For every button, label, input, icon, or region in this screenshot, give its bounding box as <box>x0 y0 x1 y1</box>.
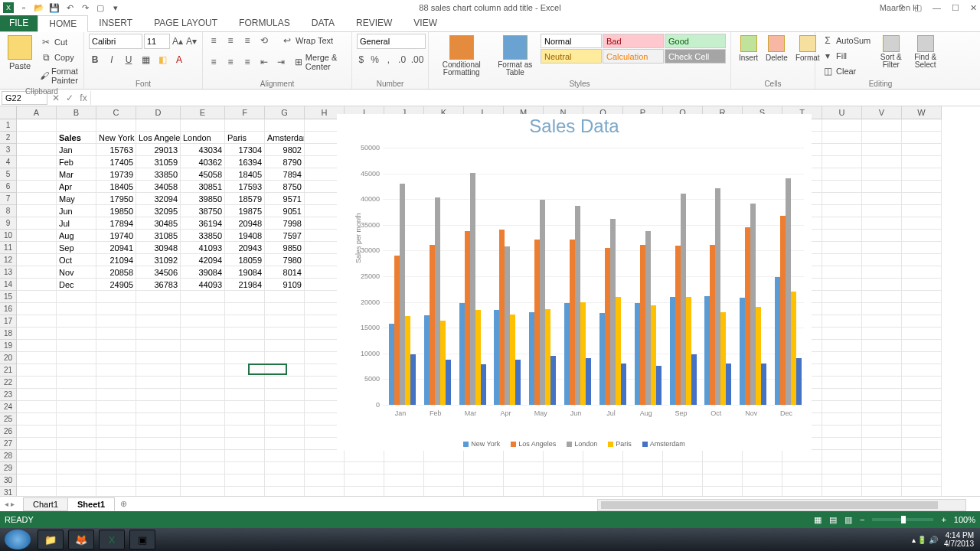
cell[interactable] <box>305 487 345 496</box>
cell[interactable]: 39850 <box>181 193 225 205</box>
cell[interactable] <box>743 462 782 474</box>
cell[interactable] <box>822 193 862 205</box>
cell[interactable] <box>623 462 663 474</box>
cell[interactable]: Aug <box>57 230 96 242</box>
bar[interactable] <box>389 324 394 405</box>
cell[interactable] <box>902 156 942 168</box>
cell[interactable] <box>902 462 942 474</box>
cell[interactable] <box>822 328 862 340</box>
cell[interactable] <box>583 462 623 474</box>
cell[interactable] <box>902 217 942 230</box>
cell[interactable] <box>96 328 136 340</box>
cell[interactable] <box>902 364 942 377</box>
cell[interactable] <box>265 389 305 401</box>
clear-button[interactable]: ◫Clear <box>820 64 872 78</box>
style-bad[interactable]: Bad <box>603 34 664 48</box>
cell[interactable] <box>902 279 942 291</box>
cell[interactable] <box>225 413 265 425</box>
cell[interactable] <box>225 328 265 340</box>
cell[interactable] <box>464 450 504 462</box>
cell[interactable] <box>17 230 57 242</box>
cell[interactable] <box>181 462 225 474</box>
row-header[interactable]: 26 <box>0 425 17 438</box>
cell[interactable] <box>96 389 136 401</box>
cell[interactable] <box>96 303 136 315</box>
dec-decimal-icon[interactable]: .00 <box>411 54 423 66</box>
cell[interactable] <box>181 438 225 450</box>
cell[interactable] <box>345 474 384 487</box>
cell[interactable] <box>384 474 424 487</box>
cell[interactable] <box>384 450 424 462</box>
bar[interactable] <box>740 298 745 405</box>
cell[interactable]: 17405 <box>96 156 136 168</box>
column-header[interactable]: C <box>96 106 136 119</box>
cell[interactable]: London <box>181 132 225 144</box>
bar[interactable] <box>670 297 675 405</box>
cell[interactable]: Nov <box>57 266 96 279</box>
insert-cells-button[interactable]: Insert <box>736 34 761 64</box>
cell[interactable] <box>96 487 136 496</box>
cell[interactable] <box>57 401 96 413</box>
cell[interactable] <box>57 474 96 487</box>
cell[interactable]: 20943 <box>225 242 265 254</box>
bar[interactable] <box>750 204 756 405</box>
cell[interactable] <box>623 487 663 496</box>
orientation-icon[interactable]: ⟲ <box>258 34 270 47</box>
cell[interactable] <box>265 119 305 132</box>
cell[interactable] <box>862 205 902 217</box>
underline-icon[interactable]: U <box>122 54 135 66</box>
cell[interactable]: 20858 <box>96 266 136 279</box>
cell[interactable] <box>305 450 345 462</box>
zoom-out-icon[interactable]: − <box>860 515 864 524</box>
cell[interactable] <box>265 425 305 438</box>
cell[interactable] <box>96 340 136 352</box>
app4-icon[interactable]: ▣ <box>129 530 155 549</box>
copy-button[interactable]: ⧉Copy <box>38 51 83 64</box>
font-size-input[interactable] <box>144 34 170 49</box>
cell[interactable] <box>822 450 862 462</box>
bar[interactable] <box>564 303 570 405</box>
bar[interactable] <box>616 297 621 405</box>
font-color-icon[interactable]: A <box>173 54 185 66</box>
cell[interactable] <box>504 487 544 496</box>
cell[interactable] <box>225 487 265 496</box>
row-header[interactable]: 13 <box>0 266 17 279</box>
align-bottom-icon[interactable]: ≡ <box>241 34 253 47</box>
percent-icon[interactable]: % <box>371 54 380 66</box>
cell[interactable] <box>17 425 57 438</box>
row-header[interactable]: 21 <box>0 364 17 377</box>
cut-button[interactable]: ✂Cut <box>38 35 83 49</box>
cell[interactable] <box>265 291 305 303</box>
cell[interactable] <box>136 462 181 474</box>
column-header[interactable]: U <box>822 106 862 119</box>
cell[interactable] <box>504 462 544 474</box>
cell[interactable] <box>265 474 305 487</box>
cell[interactable] <box>17 352 57 364</box>
bar[interactable] <box>656 366 662 405</box>
bar[interactable] <box>540 200 545 405</box>
cell[interactable] <box>902 242 942 254</box>
bar[interactable] <box>605 248 610 405</box>
cell[interactable]: 31085 <box>136 230 181 242</box>
cell[interactable] <box>583 450 623 462</box>
cell[interactable] <box>181 450 225 462</box>
column-header[interactable]: A <box>17 106 57 119</box>
view-normal-icon[interactable]: ▦ <box>814 515 822 525</box>
cell[interactable] <box>57 425 96 438</box>
bar[interactable] <box>575 206 580 405</box>
cell[interactable] <box>57 377 96 389</box>
cell[interactable] <box>902 389 942 401</box>
cell[interactable] <box>862 450 902 462</box>
increase-font-icon[interactable]: A▴ <box>172 35 184 47</box>
cell[interactable] <box>181 328 225 340</box>
cell[interactable] <box>17 144 57 156</box>
cell[interactable] <box>181 340 225 352</box>
cell[interactable] <box>902 328 942 340</box>
cell[interactable] <box>57 413 96 425</box>
row-header[interactable]: 16 <box>0 303 17 315</box>
bar[interactable] <box>640 245 645 405</box>
cell[interactable]: 24905 <box>96 279 136 291</box>
row-header[interactable]: 20 <box>0 352 17 364</box>
cell[interactable] <box>822 303 862 315</box>
cell[interactable] <box>17 193 57 205</box>
